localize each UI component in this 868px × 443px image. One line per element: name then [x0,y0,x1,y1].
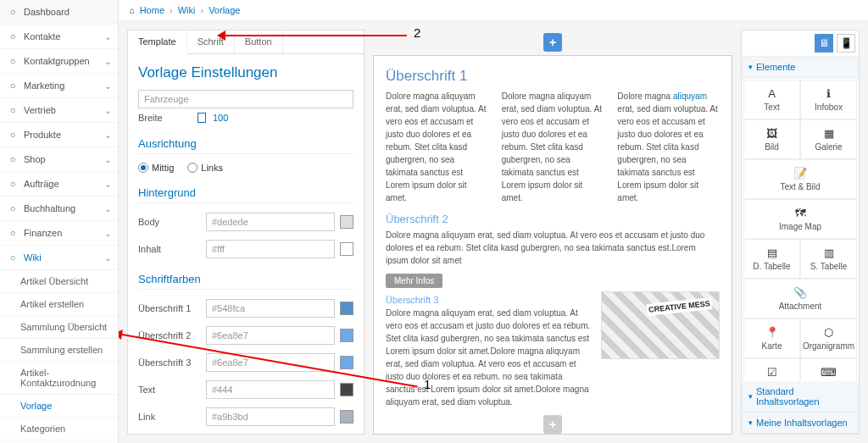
sidebar-label: Shop [24,154,104,164]
text-input[interactable] [206,380,335,399]
sidebar-sub-artikel-kontaktzurodnung[interactable]: Artikel-Kontaktzurodnung [0,362,118,395]
breadcrumb-wiki[interactable]: Wiki [178,5,196,15]
sidebar-label: Produkte [24,130,104,140]
bg-inhalt-input[interactable] [206,240,335,258]
settings-title: Vorlage Einstellungen [138,64,353,81]
breite-value: 100 [213,113,228,123]
element-karte[interactable]: 📍Karte [743,318,800,358]
dashboard-icon: ○ [7,6,19,18]
wiki-icon: ○ [7,252,19,263]
preview-para2: Dolore magna aliquyam erat, sed diam vol… [386,229,720,267]
groups-icon: ○ [7,55,19,67]
element-label: Organigramm [803,341,854,351]
home-icon[interactable]: ⌂ [129,5,135,15]
element-galerie[interactable]: ▦Galerie [800,119,857,159]
sidebar-item-produkte[interactable]: ○Produkte⌄ [0,123,118,147]
add-row-bottom[interactable]: + [543,415,562,434]
accordion-elemente[interactable]: ▾Elemente [742,57,859,78]
sidebar-item-buchhaltung[interactable]: ○Buchhaltung⌄ [0,197,118,221]
accordion-meine[interactable]: ▾Meine Inhaltsvorlagen [742,413,859,434]
breadcrumb-home[interactable]: Home [140,5,164,15]
breadcrumb-vorlage[interactable]: Vorlage [209,5,240,15]
sidebar-label: Wiki [24,252,104,263]
element-text[interactable]: AText [743,80,800,119]
u2-swatch[interactable] [340,329,353,342]
text-swatch[interactable] [340,383,353,396]
element-label: S. Tabelle [810,262,848,271]
element-icon: ℹ [826,87,831,100]
element-label: Attachment [779,302,822,311]
u3-swatch[interactable] [340,356,353,369]
sidebar-sub-artikel-übersicht[interactable]: Artikel Übersicht [0,270,118,293]
preview-link[interactable]: gubergren [441,334,480,343]
sidebar-label: Aufträge [24,179,104,189]
element-eingabefeld[interactable]: ⌨Eingabefeld [800,358,857,381]
bg-inhalt-swatch[interactable] [340,242,353,256]
sidebar-sub-sammlung-erstellen[interactable]: Sammlung erstellen [0,339,118,362]
sidebar-sub-artikel-erstellen[interactable]: Artikel erstellen [0,293,118,316]
annotation-2: 2 [414,25,420,40]
chevron-down-icon: ⌄ [104,130,111,140]
link-swatch[interactable] [340,410,353,424]
element-label: Text [764,102,779,112]
element-checkliste[interactable]: ☑Checkliste [743,358,800,381]
u1-input[interactable] [206,299,335,318]
sidebar-item-aufträge[interactable]: ○Aufträge⌄ [0,172,118,197]
chevron-down-icon: ⌄ [104,229,111,238]
sidebar-sub-kategorien[interactable]: Kategorien [0,418,118,440]
sidebar-item-kontaktgruppen[interactable]: ○Kontaktgruppen⌄ [0,49,118,74]
section-ausrichtung: Ausrichtung [138,137,353,154]
bg-body-input[interactable] [206,213,335,231]
breite-label: Breite [138,113,206,123]
element-text-bild[interactable]: 📝Text & Bild [743,159,857,199]
bg-body-swatch[interactable] [340,215,353,229]
element-attachment[interactable]: 📎Attachment [743,279,857,318]
device-mobile[interactable]: 📱 [837,34,855,53]
sidebar-sub-sammlung-übersicht[interactable]: Sammlung Übersicht [0,316,118,339]
accordion-standard[interactable]: ▾Standard Inhaltsvorlagen [742,381,859,413]
orders-icon: ○ [7,178,19,190]
radio-mittig[interactable]: Mittig [138,163,174,173]
marketing-icon: ○ [7,80,19,91]
sidebar-label: Kontakte [24,31,104,42]
sidebar-label: Finanzen [24,228,104,238]
chevron-down-icon: ⌄ [104,57,111,66]
bg-body-label: Body [138,217,206,227]
tab-template[interactable]: Template [128,30,187,54]
sidebar-sub-vorlage[interactable]: Vorlage [0,395,118,418]
chevron-down-icon: ⌄ [104,253,111,263]
contacts-icon: ○ [7,30,19,42]
element-icon: ▤ [767,246,777,259]
element-s-tabelle[interactable]: ▥S. Tabelle [800,239,857,279]
sidebar-item-shop[interactable]: ○Shop⌄ [0,147,118,172]
device-desktop[interactable]: 🖥 [815,34,833,53]
radio-links[interactable]: Links [187,163,223,173]
element-organigramm[interactable]: ⬡Organigramm [800,318,857,358]
template-name-input[interactable] [138,90,353,108]
sidebar-item-wiki[interactable]: ○Wiki⌄ [0,246,118,270]
element-image-map[interactable]: 🗺Image Map [743,199,857,239]
preview-link[interactable]: aliquyam [673,91,707,101]
sidebar-item-vertrieb[interactable]: ○Vertrieb⌄ [0,98,118,123]
link-input[interactable] [206,407,335,426]
element-d-tabelle[interactable]: ▤D. Tabelle [743,239,800,279]
section-schriftfarben: Schriftfarben [138,273,353,290]
sales-icon: ○ [7,104,19,116]
add-row-top[interactable]: + [543,33,562,52]
element-icon: 📝 [793,167,807,180]
settings-panel: Template Schrift Button Vorlage Einstell… [127,30,364,435]
element-icon: 📎 [793,286,807,299]
element-bild[interactable]: 🖼Bild [743,119,800,159]
sidebar-item-kontakte[interactable]: ○Kontakte⌄ [0,25,118,49]
element-infobox[interactable]: ℹInfobox [800,80,857,119]
u1-swatch[interactable] [340,302,353,315]
preview-image [601,291,720,359]
preview-h3: Überschrift 3 [386,295,591,305]
chevron-down-icon: ⌄ [104,32,111,42]
sidebar-label: Buchhaltung [24,203,104,213]
preview-button[interactable]: Mehr Infos [386,274,442,288]
sidebar-item-dashboard[interactable]: ○Dashboard [0,0,118,25]
sidebar-item-marketing[interactable]: ○Marketing⌄ [0,74,118,98]
u2-input[interactable] [206,326,335,345]
sidebar-item-finanzen[interactable]: ○Finanzen⌄ [0,221,118,246]
